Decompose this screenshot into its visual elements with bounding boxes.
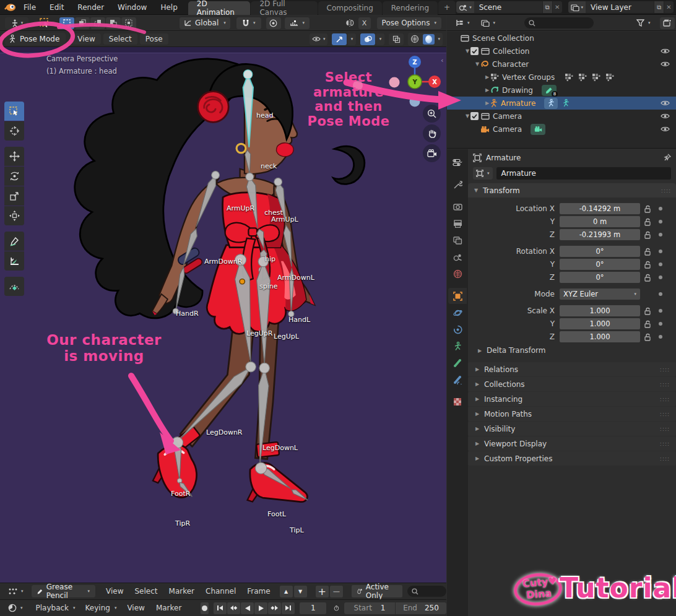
gizmo-axis-neg-z[interactable] (410, 97, 420, 107)
new-collection-button[interactable] (660, 17, 675, 29)
add-keyframe-button[interactable]: + (316, 586, 329, 597)
jump-to-next-keyframe-button[interactable] (268, 602, 281, 614)
auto-keyframe-record-button[interactable] (201, 602, 209, 614)
eye-icon[interactable] (661, 48, 670, 54)
jump-to-prev-keyframe-button[interactable] (227, 602, 240, 614)
workspace-tab-2d-full-canvas[interactable]: 2D Full Canvas (251, 1, 317, 15)
shading-wireframe[interactable] (410, 35, 419, 43)
dopesheet-editor-type-dropdown[interactable]: ▾ (5, 586, 27, 597)
play-reverse-button[interactable] (241, 602, 254, 614)
workspace-tab-compositing[interactable]: Compositing (318, 1, 382, 15)
tab-world[interactable] (448, 266, 467, 282)
tool-annotate[interactable] (4, 232, 24, 251)
tab-bone-constraints[interactable] (448, 371, 467, 388)
section-visibility[interactable]: ▶Visibility:::: (468, 422, 676, 436)
transform-panel-header[interactable]: ▼ Transform :::: (468, 183, 676, 197)
outliner-row-collection[interactable]: ▼Collection (447, 45, 676, 58)
eye-icon[interactable] (661, 126, 670, 132)
outliner-row-scene-collection[interactable]: Scene Collection (447, 32, 676, 45)
gizmos-dropdown[interactable]: ▾ (347, 33, 356, 45)
scene-selector[interactable]: ▾ Scene ⧉ ✕ (456, 1, 561, 13)
tab-physics[interactable] (448, 305, 467, 321)
field-value[interactable]: 1.000 (560, 305, 640, 316)
outliner-filter-dropdown[interactable]: ▾ (633, 17, 654, 29)
mode-dropdown[interactable]: Pose Mode (5, 33, 66, 45)
scene-name[interactable]: Scene (474, 3, 542, 12)
mirror-icon[interactable] (345, 19, 356, 27)
overlays-toggle[interactable] (360, 33, 375, 45)
view-layer-name[interactable]: View Layer (586, 3, 654, 12)
shading-rendered[interactable] (423, 34, 435, 45)
animate-dot[interactable] (655, 275, 666, 279)
pan-hand-button[interactable] (423, 124, 441, 142)
snapping-toggle[interactable]: ▾ (236, 17, 261, 29)
viewport-menu-view[interactable]: View (72, 33, 100, 45)
scene-unlink-button[interactable]: ✕ (552, 1, 562, 13)
animate-dot[interactable] (655, 292, 666, 296)
expand-caret[interactable]: ▼ (474, 61, 480, 67)
eye-icon[interactable] (661, 100, 670, 106)
select-mode-extend[interactable] (75, 17, 90, 29)
expand-caret[interactable]: ▶ (484, 74, 490, 80)
tool-move[interactable] (4, 147, 24, 166)
lock-icon[interactable] (640, 248, 655, 256)
animate-dot[interactable] (655, 262, 666, 266)
bone-joint-head[interactable] (243, 70, 253, 79)
animate-dot[interactable] (655, 233, 666, 236)
bone-joint-chest[interactable] (246, 173, 254, 181)
expand-caret[interactable]: ▶ (484, 87, 490, 93)
tab-object[interactable] (448, 288, 467, 304)
lock-icon[interactable] (640, 320, 655, 328)
select-mode-intersect[interactable] (121, 17, 136, 29)
select-mode-new[interactable] (59, 17, 74, 29)
mirror-x-toggle[interactable]: X (358, 17, 371, 29)
camera-view-button[interactable] (423, 144, 441, 162)
lock-icon[interactable] (640, 231, 655, 239)
current-frame-field[interactable]: 1 (300, 602, 326, 614)
workspace-tab-2d-animation[interactable]: 2D Animation (188, 1, 251, 15)
tool-pose-breakdowner[interactable] (4, 277, 24, 296)
field-value[interactable]: 1.000 (560, 318, 640, 329)
dopesheet-mode-dropdown[interactable]: Grease Pencil▾ (32, 585, 96, 597)
timeline-menu-view[interactable]: View (121, 604, 150, 612)
outliner-row-vertex-groups[interactable]: ▶Vertex Groups (447, 71, 676, 84)
topbar-menu-file[interactable]: File (17, 0, 43, 15)
animate-dot[interactable] (655, 322, 666, 326)
bone-joint-FootL[interactable] (255, 462, 266, 474)
panel-grip[interactable]: :::: (661, 188, 671, 194)
field-value[interactable]: 0 m (560, 216, 640, 227)
bone-joint-LegDownL[interactable] (259, 363, 270, 373)
lock-icon[interactable] (640, 261, 655, 269)
scene-copy-button[interactable]: ⧉ (542, 1, 552, 13)
move-channel-up-button[interactable]: ▲ (280, 586, 293, 597)
xray-toggle[interactable] (389, 33, 404, 45)
field-value[interactable]: 0° (560, 246, 640, 257)
field-value[interactable]: -0.14292 m (560, 203, 640, 214)
outliner-row-armature[interactable]: ▶Armature (447, 97, 676, 110)
proportional-edit-toggle[interactable] (266, 17, 281, 29)
viewport-menu-pose[interactable]: Pose (140, 33, 168, 45)
bone-joint-ArmUpR[interactable] (212, 171, 220, 179)
object-name-field[interactable]: Armature (496, 167, 671, 180)
gizmos-toggle[interactable] (332, 33, 347, 45)
animate-dot[interactable] (655, 207, 666, 210)
topbar-menu-render[interactable]: Render (71, 0, 111, 15)
active-only-toggle[interactable]: Active Only (352, 585, 403, 597)
scene-icon[interactable]: ▾ (456, 1, 474, 13)
field-value[interactable]: XYZ Euler▾ (560, 288, 640, 300)
frame-start-field[interactable]: Start 1 (344, 602, 395, 614)
use-preview-range-icon[interactable] (334, 604, 339, 613)
topbar-menu-help[interactable]: Help (154, 0, 184, 15)
jump-to-start-button[interactable] (214, 602, 227, 614)
dopesheet-menu-select[interactable]: Select (129, 587, 163, 596)
tab-texture[interactable] (448, 394, 467, 410)
tab-view-layer[interactable] (448, 232, 467, 248)
edit-mode-icon-dropdown[interactable]: ▾ (5, 17, 28, 29)
view-layer-copy-button[interactable]: ⧉ (654, 1, 664, 13)
select-mode-subtract[interactable] (90, 17, 105, 29)
dopesheet-search-input[interactable] (407, 586, 446, 597)
proportional-falloff-dropdown[interactable]: ▾ (285, 17, 310, 29)
lock-icon[interactable] (640, 218, 655, 226)
timeline-editor-type-dropdown[interactable]: ▾ (5, 602, 26, 614)
section-collections[interactable]: ▶Collections:::: (468, 377, 676, 391)
